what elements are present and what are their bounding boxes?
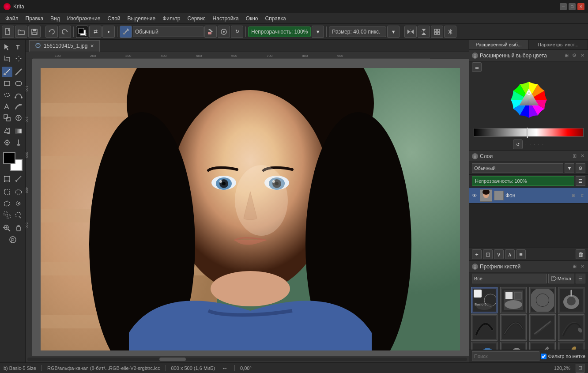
brush-item-8[interactable]	[558, 314, 584, 341]
layer-item[interactable]: 👁 Фон ⊞ α	[469, 188, 588, 203]
color-swatches[interactable]	[3, 152, 23, 171]
opacity-control[interactable]: Непрозрачность: 100%	[248, 26, 311, 37]
tab-advanced-color[interactable]: Расширенный выб...	[469, 40, 529, 49]
menu-image[interactable]: Изображение	[64, 15, 104, 23]
layer-visibility-button[interactable]: 👁	[471, 192, 478, 199]
wrap-canvas-button[interactable]	[431, 26, 443, 38]
menu-filter[interactable]: Фильтр	[159, 15, 184, 23]
color-gradient-bar[interactable]	[474, 128, 584, 137]
layer-opacity-bar[interactable]: Непрозрачность: 100%	[472, 176, 574, 186]
brushes-search-input[interactable]	[472, 351, 539, 361]
reset-colors-button[interactable]: ●	[102, 26, 115, 38]
brush-item-11[interactable]	[529, 342, 556, 350]
opacity-down-button[interactable]: ▼	[312, 26, 324, 38]
rectangle-tool[interactable]	[2, 78, 12, 89]
line-tool[interactable]	[13, 67, 24, 77]
menu-file[interactable]: Файл	[2, 15, 22, 23]
rect-select-tool[interactable]	[2, 187, 12, 197]
transform-tool[interactable]	[2, 173, 12, 184]
magnetic-select-tool[interactable]	[13, 210, 24, 220]
fill-tool[interactable]	[2, 126, 12, 136]
menu-edit[interactable]: Правка	[22, 15, 47, 23]
brush-item-6[interactable]	[500, 314, 527, 341]
brush-tool-toolbar[interactable]	[120, 26, 132, 38]
size-control[interactable]: Размер: 40,00 пикс.	[329, 26, 386, 37]
undo-button[interactable]	[45, 26, 58, 38]
color-panel-expand-button[interactable]: ⊞	[563, 53, 569, 59]
move-tool[interactable]	[13, 53, 24, 64]
layer-flatten-button[interactable]: ≡	[516, 249, 526, 259]
stabilizer-button[interactable]	[218, 26, 230, 38]
layer-merge-down-button[interactable]: ∨	[494, 249, 504, 259]
brush-item-9[interactable]	[471, 342, 498, 350]
brush-item-3[interactable]	[529, 287, 556, 313]
color-refresh-button[interactable]: ↺	[513, 139, 523, 149]
color-wheel-container[interactable]	[469, 73, 588, 126]
menu-view[interactable]: Вид	[47, 15, 64, 23]
canvas-scrollbar-h[interactable]	[26, 356, 469, 362]
path-tool[interactable]	[2, 101, 12, 112]
scrollbar-thumb-h[interactable]	[159, 358, 186, 361]
color-wheel[interactable]	[507, 78, 551, 122]
brushes-filter-tag-checkbox[interactable]	[541, 354, 547, 359]
blend-mode-select[interactable]: Обычный	[133, 26, 204, 37]
freehand-select-tool[interactable]	[2, 90, 12, 100]
redo-button[interactable]	[59, 26, 71, 38]
layer-group-button[interactable]: ⊡	[483, 249, 493, 259]
assistant-tool[interactable]: P	[8, 234, 18, 245]
brushes-panel-close-button[interactable]: ✕	[579, 264, 585, 270]
menu-window[interactable]: Окно	[242, 15, 262, 23]
brush-tool[interactable]	[2, 67, 12, 77]
layers-settings-button[interactable]: ⚙	[576, 163, 585, 173]
pan-tool[interactable]	[13, 223, 24, 234]
eraser-button[interactable]	[204, 26, 217, 38]
brush-item-1[interactable]: Basic-5	[471, 287, 498, 313]
menu-select[interactable]: Выделение	[124, 15, 159, 23]
smart-patch-tool[interactable]	[13, 113, 24, 123]
ellipse-tool[interactable]	[13, 78, 24, 89]
brush-item-5[interactable]	[471, 314, 498, 341]
menu-layer[interactable]: Слой	[104, 15, 124, 23]
multibrush-button[interactable]	[444, 26, 456, 38]
brush-item-10[interactable]	[500, 342, 527, 350]
fit-to-page-button[interactable]: ↔	[220, 364, 229, 373]
foreground-color-swatch[interactable]	[3, 152, 15, 164]
menu-tools[interactable]: Сервис	[184, 15, 209, 23]
foreground-color-button[interactable]: ↺	[76, 26, 88, 38]
maximize-button[interactable]: □	[569, 3, 576, 10]
brushes-tag-button[interactable]: Метка	[548, 274, 574, 283]
measure-tool[interactable]	[13, 173, 24, 184]
select-tool[interactable]	[2, 42, 12, 53]
layer-move-up-button[interactable]: ∧	[505, 249, 515, 259]
calligraphy-tool[interactable]	[13, 101, 24, 112]
add-layer-button[interactable]: +	[472, 249, 482, 259]
zoom-tool[interactable]	[2, 223, 12, 234]
brush-item-2[interactable]	[500, 287, 527, 313]
polygon-select-tool[interactable]	[2, 198, 12, 209]
crop-tool[interactable]	[2, 53, 12, 64]
size-down-button[interactable]: ▼	[387, 26, 400, 38]
minimize-button[interactable]: ─	[560, 3, 567, 10]
brushes-menu-button[interactable]: ☰	[576, 274, 585, 283]
select-shapes-tool[interactable]	[2, 210, 12, 220]
delete-layer-button[interactable]: 🗑	[576, 249, 585, 259]
zoom-to-fit-button[interactable]: ⊡	[576, 364, 584, 373]
save-file-button[interactable]	[28, 26, 41, 38]
layer-opacity-menu-button[interactable]: ☰	[576, 176, 585, 186]
open-file-button[interactable]	[15, 26, 27, 38]
brushes-category-select[interactable]: Все	[472, 274, 547, 283]
brush-item-4[interactable]	[558, 287, 584, 313]
wrap-button[interactable]: ↻	[231, 26, 243, 38]
swap-colors-button[interactable]: ⇄	[89, 26, 102, 38]
ellipse-select-tool[interactable]	[13, 187, 24, 197]
clone-tool[interactable]	[2, 113, 12, 123]
bezier-tool[interactable]	[13, 90, 24, 100]
gradient-tool[interactable]	[13, 126, 24, 136]
brush-item-7[interactable]	[529, 314, 556, 341]
tab-tool-options[interactable]: Параметры инст...	[529, 40, 588, 49]
text-tool[interactable]: T	[13, 42, 24, 53]
color-panel-close-button[interactable]: ✕	[579, 53, 585, 59]
canvas-tab-item[interactable]: 1561109415_1.jpg ✕	[29, 40, 100, 52]
color-picker-tool[interactable]	[2, 137, 12, 148]
contiguous-select-tool[interactable]	[13, 198, 24, 209]
